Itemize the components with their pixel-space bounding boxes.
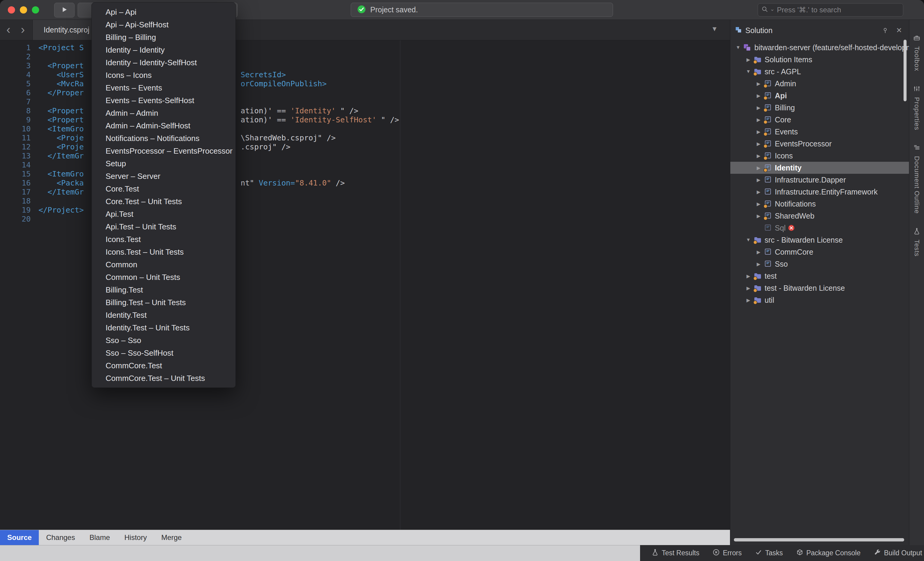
solution-horizontal-scrollbar[interactable] — [734, 538, 904, 542]
run-config-menu-item[interactable]: Api.Test – Unit Tests — [92, 220, 236, 233]
tree-item[interactable]: ▼src - Bitwarden License — [730, 234, 909, 246]
expand-expander-icon[interactable]: ▶ — [754, 249, 764, 255]
run-config-menu-item[interactable]: Identity – Identity-SelfHost — [92, 56, 236, 69]
tree-item[interactable]: ▶Sso — [730, 258, 909, 270]
run-config-menu-item[interactable]: Sso – Sso — [92, 334, 236, 347]
search-input[interactable] — [776, 5, 899, 15]
status-pad-build-output[interactable]: Build Output — [874, 549, 922, 558]
run-config-menu-item[interactable]: Api.Test — [92, 208, 236, 220]
expand-expander-icon[interactable]: ▶ — [754, 129, 764, 135]
run-config-menu-item[interactable]: Icons.Test – Unit Tests — [92, 245, 236, 258]
run-config-menu-item[interactable]: Sso – Sso-SelfHost — [92, 347, 236, 359]
tree-item[interactable]: ▶util — [730, 294, 909, 306]
run-config-menu-item[interactable]: Identity.Test — [92, 309, 236, 322]
view-tab-changes[interactable]: Changes — [39, 530, 82, 545]
run-config-menu-item[interactable]: Common — [92, 258, 236, 271]
collapse-expander-icon[interactable]: ▼ — [733, 45, 743, 50]
close-window-button[interactable] — [8, 6, 15, 13]
run-config-menu-item[interactable]: Setup — [92, 157, 236, 170]
tree-item[interactable]: Sql — [730, 222, 909, 234]
run-config-menu-item[interactable]: Billing – Billing — [92, 31, 236, 43]
expand-expander-icon[interactable]: ▶ — [744, 285, 753, 291]
tree-item[interactable]: ▶Infrastructure.EntityFramework — [730, 186, 909, 198]
expand-expander-icon[interactable]: ▶ — [754, 105, 764, 111]
run-config-menu-item[interactable]: Icons.Test — [92, 233, 236, 245]
status-pad-test-results[interactable]: Test Results — [651, 549, 699, 558]
solution-vertical-scrollbar[interactable] — [903, 40, 906, 101]
collapse-expander-icon[interactable]: ▼ — [744, 237, 753, 242]
run-config-menu-item[interactable]: Admin – Admin — [92, 107, 236, 119]
run-config-menu-item[interactable]: Admin – Admin-SelfHost — [92, 119, 236, 132]
expand-expander-icon[interactable]: ▶ — [744, 297, 753, 303]
run-config-menu-item[interactable]: Identity – Identity — [92, 43, 236, 56]
tree-item[interactable]: ▶Infrastructure.Dapper — [730, 174, 909, 186]
run-config-menu-item[interactable]: Api – Api-SelfHost — [92, 18, 236, 31]
expand-expander-icon[interactable]: ▶ — [754, 81, 764, 87]
run-config-menu-item[interactable]: Api – Api — [92, 6, 236, 18]
minimize-window-button[interactable] — [20, 6, 27, 13]
view-tab-merge[interactable]: Merge — [154, 530, 189, 545]
tree-item[interactable]: ▶Core — [730, 114, 909, 126]
expand-expander-icon[interactable]: ▶ — [754, 261, 764, 267]
close-pad-icon[interactable]: ✕ — [894, 25, 904, 36]
expand-expander-icon[interactable]: ▶ — [754, 117, 764, 123]
tree-item[interactable]: ▼src - AGPL — [730, 66, 909, 78]
tool-strip-item-tests[interactable]: Tests — [913, 227, 921, 256]
expand-expander-icon[interactable]: ▶ — [754, 201, 764, 207]
tree-item[interactable]: ▶Identity — [730, 162, 909, 174]
tree-item[interactable]: ▶Api — [730, 90, 909, 102]
status-pad-tasks[interactable]: Tasks — [755, 549, 783, 558]
expand-expander-icon[interactable]: ▶ — [754, 153, 764, 159]
expand-expander-icon[interactable]: ▶ — [754, 213, 764, 219]
tree-item[interactable]: ▶CommCore — [730, 246, 909, 258]
tree-item[interactable]: ▶test - Bitwarden License — [730, 282, 909, 294]
run-config-menu-item[interactable]: Events – Events-SelfHost — [92, 94, 236, 107]
expand-expander-icon[interactable]: ▶ — [754, 165, 764, 171]
run-config-menu-item[interactable]: Billing.Test – Unit Tests — [92, 296, 236, 309]
editor-tab-identity-csproj[interactable]: Identity.csproj — [33, 20, 100, 40]
view-tab-history[interactable]: History — [117, 530, 154, 545]
run-config-menu-item[interactable]: Identity.Test – Unit Tests — [92, 322, 236, 334]
tree-item[interactable]: ▶SharedWeb — [730, 210, 909, 222]
tool-strip-item-toolbox[interactable]: Toolbox — [913, 34, 921, 71]
zoom-window-button[interactable] — [32, 6, 39, 13]
view-tab-blame[interactable]: Blame — [82, 530, 117, 545]
tool-strip-item-document-outline[interactable]: Document Outline — [913, 144, 921, 214]
run-config-menu-item[interactable]: Common – Unit Tests — [92, 271, 236, 284]
run-config-menu-item[interactable]: Server – Server — [92, 170, 236, 183]
pin-pad-icon[interactable] — [880, 25, 890, 36]
tree-item[interactable]: ▶EventsProcessor — [730, 138, 909, 150]
view-tab-source[interactable]: Source — [0, 530, 39, 545]
tab-overflow-chevron-icon[interactable]: ▾ — [712, 24, 717, 33]
expand-expander-icon[interactable]: ▶ — [754, 141, 764, 147]
run-config-menu-item[interactable]: EventsProcessor – EventsProcessor — [92, 145, 236, 157]
run-config-menu-item[interactable]: Events – Events — [92, 81, 236, 94]
tree-item[interactable]: ▶Icons — [730, 150, 909, 162]
navigate-forward-button[interactable]: › — [17, 22, 29, 37]
tool-strip-item-properties[interactable]: Properties — [913, 85, 921, 130]
expand-expander-icon[interactable]: ▶ — [754, 189, 764, 195]
tree-item[interactable]: ▶Admin — [730, 78, 909, 90]
run-config-menu-item[interactable]: CommCore.Test – Unit Tests — [92, 372, 236, 384]
status-pad-errors[interactable]: Errors — [712, 549, 742, 558]
navigate-back-button[interactable]: ‹ — [2, 22, 14, 37]
expand-expander-icon[interactable]: ▶ — [754, 93, 764, 99]
run-config-menu-item[interactable]: Core.Test — [92, 183, 236, 195]
run-config-menu-item[interactable]: Core.Test – Unit Tests — [92, 195, 236, 208]
tree-item[interactable]: ▶Notifications — [730, 198, 909, 210]
run-config-menu-item[interactable]: Icons – Icons — [92, 69, 236, 81]
status-pad-package-console[interactable]: Package Console — [796, 549, 861, 558]
run-button[interactable] — [54, 3, 75, 18]
tree-item[interactable]: ▼bitwarden-server (feature/self-hosted-d… — [730, 42, 909, 54]
expand-expander-icon[interactable]: ▶ — [744, 273, 753, 279]
run-config-menu-item[interactable]: CommCore.Test — [92, 359, 236, 372]
tree-item[interactable]: ▶Solution Items — [730, 54, 909, 66]
tree-item[interactable]: ▶Events — [730, 126, 909, 138]
tree-item[interactable]: ▶test — [730, 270, 909, 282]
run-config-menu-item[interactable]: Notifications – Notifications — [92, 132, 236, 145]
expand-expander-icon[interactable]: ▶ — [754, 177, 764, 183]
expand-expander-icon[interactable]: ▶ — [744, 57, 753, 63]
run-config-menu-item[interactable]: Billing.Test — [92, 284, 236, 296]
tree-item[interactable]: ▶Billing — [730, 102, 909, 114]
collapse-expander-icon[interactable]: ▼ — [744, 69, 753, 74]
